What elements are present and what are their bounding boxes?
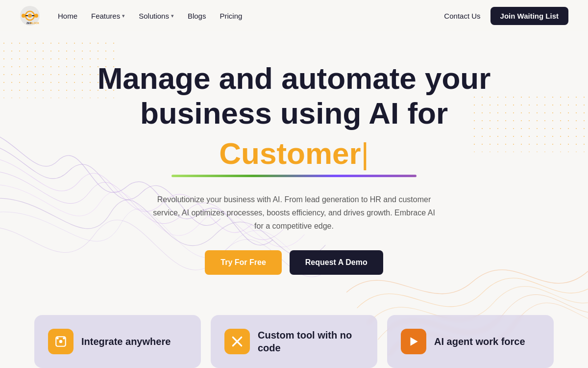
nav-home[interactable]: Home bbox=[58, 12, 77, 20]
feature-card-integrate: Integrate anywhere bbox=[34, 315, 201, 368]
integrate-icon bbox=[48, 329, 74, 354]
nav-solutions[interactable]: Solutions ▾ bbox=[139, 12, 174, 20]
solutions-chevron-icon: ▾ bbox=[171, 13, 174, 19]
feature-card-ai-agent: AI agent work force bbox=[387, 315, 554, 368]
contact-link[interactable]: Contact Us bbox=[444, 12, 480, 20]
nav-features[interactable]: Features ▾ bbox=[91, 12, 125, 20]
svg-point-2 bbox=[28, 14, 32, 18]
feature-card-custom-tool-title: Custom tool with no code bbox=[258, 329, 364, 354]
navbar: ZED BLOCK Home Features ▾ Solutions ▾ Bl… bbox=[0, 0, 588, 31]
nav-links: Home Features ▾ Solutions ▾ Blogs Pricin… bbox=[58, 12, 242, 20]
try-for-free-button[interactable]: Try For Free bbox=[205, 250, 281, 275]
nav-blogs[interactable]: Blogs bbox=[188, 12, 206, 20]
join-waiting-list-button[interactable]: Join Waiting List bbox=[490, 7, 568, 25]
rainbow-underline bbox=[172, 175, 416, 177]
ai-agent-icon bbox=[401, 329, 426, 354]
hero-title: Manage and automate your business using … bbox=[93, 61, 495, 131]
logo-icon: ZED BLOCK bbox=[20, 5, 40, 26]
svg-marker-15 bbox=[411, 337, 418, 345]
hero-description: Revolutionize your business with AI. Fro… bbox=[152, 193, 436, 233]
svg-point-3 bbox=[22, 14, 25, 18]
hero-cursor: | bbox=[361, 136, 369, 170]
svg-text:BLOCK: BLOCK bbox=[30, 22, 39, 25]
nav-left: ZED BLOCK Home Features ▾ Solutions ▾ Bl… bbox=[20, 5, 242, 26]
svg-point-12 bbox=[63, 337, 65, 339]
feature-card-custom-tool: Custom tool with no code bbox=[211, 315, 377, 368]
custom-tool-icon bbox=[224, 329, 250, 354]
feature-cards: Integrate anywhere Custom tool with no c… bbox=[0, 315, 588, 368]
hero-animated-line: Customer| bbox=[172, 136, 416, 177]
svg-point-11 bbox=[56, 337, 58, 339]
request-demo-button[interactable]: Request A Demo bbox=[290, 250, 383, 275]
feature-card-ai-agent-title: AI agent work force bbox=[434, 335, 525, 348]
nav-right: Contact Us Join Waiting List bbox=[444, 7, 568, 25]
nav-pricing[interactable]: Pricing bbox=[220, 12, 242, 20]
svg-point-4 bbox=[34, 14, 38, 18]
hero-animated-word: Customer bbox=[219, 136, 361, 170]
svg-point-10 bbox=[59, 340, 63, 343]
hero-section: Manage and automate your business using … bbox=[0, 31, 588, 275]
features-chevron-icon: ▾ bbox=[122, 13, 125, 19]
feature-card-integrate-title: Integrate anywhere bbox=[81, 335, 171, 348]
hero-buttons: Try For Free Request A Demo bbox=[0, 250, 588, 275]
logo[interactable]: ZED BLOCK bbox=[20, 5, 40, 26]
